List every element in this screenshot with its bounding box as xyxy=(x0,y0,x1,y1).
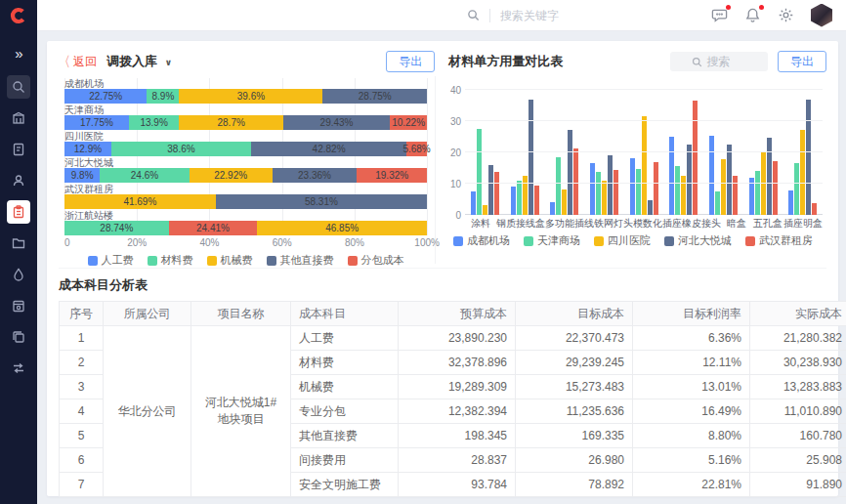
y-tick-label: 10 xyxy=(450,179,461,189)
notification-dot xyxy=(759,5,764,10)
sidebar-item-user[interactable] xyxy=(7,169,30,192)
cell-subject: 其他直接费 xyxy=(291,424,399,448)
cell-project: 河北大悦城1#地块项目 xyxy=(191,326,291,497)
sidebar-item-copy[interactable] xyxy=(7,325,30,349)
bar-group-钢质接线盒 xyxy=(505,90,545,215)
clipboard-icon xyxy=(12,205,25,219)
bar-成都机场 xyxy=(471,191,476,215)
legend-item-分包成本[interactable]: 分包成本 xyxy=(348,253,404,268)
left-panel-header: 〈 返回 调拨入库 ∨ 导出 xyxy=(59,51,435,72)
page-title-dropdown[interactable]: 调拨入库 ∨ xyxy=(106,53,172,70)
bar-segment-人工费: 17.75% xyxy=(64,115,129,130)
sidebar-item-folder[interactable] xyxy=(7,231,30,255)
notifications-button[interactable] xyxy=(744,7,762,24)
bell-icon xyxy=(744,7,761,23)
bar-segment-机械费: 41.69% xyxy=(64,194,216,209)
export-button-right[interactable]: 导出 xyxy=(778,51,826,72)
bar-四川医院 xyxy=(642,116,647,215)
x-category-label: 涂料 xyxy=(465,217,496,231)
chart-search-input[interactable] xyxy=(706,55,745,68)
cell-index: 5 xyxy=(60,424,104,448)
user-stamp-icon xyxy=(12,174,25,188)
sidebar-item-plan[interactable] xyxy=(7,294,30,317)
bar-河北大悦城 xyxy=(806,100,811,215)
bar-天津商场 xyxy=(636,169,641,215)
transfer-arrows-icon xyxy=(12,361,25,375)
grouped-bar-plot: 010203040 xyxy=(465,90,823,215)
bar-成都机场 xyxy=(669,137,674,215)
back-link[interactable]: 〈 返回 xyxy=(59,54,97,70)
bar-group-插座明盒 xyxy=(783,90,823,215)
grouped-bar-groups xyxy=(465,90,823,215)
bar-天津商场 xyxy=(556,157,561,215)
x-tick-label: 40% xyxy=(199,237,219,248)
chart-search[interactable] xyxy=(670,52,768,71)
bar-group-涂料 xyxy=(465,90,505,215)
export-button-left[interactable]: 导出 xyxy=(386,51,435,72)
legend-item-机械费[interactable]: 机械费 xyxy=(207,253,253,268)
legend-item-其他直接费[interactable]: 其他直接费 xyxy=(267,253,334,268)
gridline xyxy=(465,151,823,152)
legend-swatch xyxy=(745,236,755,246)
legend-item-天津商场[interactable]: 天津商场 xyxy=(524,233,580,248)
bar-segment-材料费: 13.9% xyxy=(129,115,180,130)
chevron-down-icon: ∨ xyxy=(165,58,172,67)
grouped-bar-chart: 010203040 涂料钢质接线盒多功能插线铁网灯头模数化插座橡皮接头暗盒五孔盒… xyxy=(435,76,826,264)
category-label: 浙江航站楼 xyxy=(64,210,427,221)
legend-item-河北大悦城[interactable]: 河北大悦城 xyxy=(664,233,732,248)
legend-item-四川医院[interactable]: 四川医院 xyxy=(594,233,651,248)
cell-company: 华北分公司 xyxy=(104,326,191,497)
legend-label: 河北大悦城 xyxy=(678,233,732,248)
settings-button[interactable] xyxy=(778,7,795,24)
sidebar-item-resource[interactable] xyxy=(7,263,30,286)
bar-group-铁网灯头 xyxy=(584,90,624,215)
bar-武汉群租房 xyxy=(733,176,738,215)
bar-segment-机械费: 46.85% xyxy=(257,221,427,235)
app-logo[interactable] xyxy=(0,0,37,31)
legend-item-成都机场[interactable]: 成都机场 xyxy=(453,233,510,248)
cell-target-margin: 8.80% xyxy=(633,424,750,448)
bar-武汉群租房 xyxy=(693,101,698,215)
bar-河北大悦城 xyxy=(648,200,653,215)
cell-budget-cost: 23,890.230 xyxy=(399,326,516,351)
messages-button[interactable] xyxy=(711,7,729,24)
sidebar-item-cost-active[interactable] xyxy=(7,200,30,224)
bar-四川医院 xyxy=(800,130,805,215)
sidebar: » xyxy=(0,0,37,504)
legend-item-人工费[interactable]: 人工费 xyxy=(88,253,134,268)
bar-成都机场 xyxy=(630,158,635,215)
legend-item-武汉群租房[interactable]: 武汉群租房 xyxy=(745,233,813,248)
y-tick-label: 20 xyxy=(450,147,461,158)
stacked-bar-row: 四川医院12.9%38.6%42.82%5.68% xyxy=(64,131,427,156)
global-search-input[interactable] xyxy=(500,9,608,22)
divider xyxy=(489,9,490,22)
bar-segment-机械费: 39.6% xyxy=(179,89,322,104)
bar-天津商场 xyxy=(794,163,799,215)
user-avatar[interactable] xyxy=(811,4,832,27)
cell-actual-cost: 11,010.890 xyxy=(750,399,846,424)
legend-swatch xyxy=(664,236,674,246)
cell-subject: 材料费 xyxy=(291,351,399,375)
bar-河北大悦城 xyxy=(529,100,533,215)
sidebar-collapse-toggle[interactable]: » xyxy=(15,45,21,62)
stacked-bar-row: 成都机场22.75%8.9%39.6%28.75% xyxy=(64,78,427,104)
x-category-label: 插座明盒 xyxy=(783,217,823,231)
global-search[interactable] xyxy=(467,9,608,22)
bar-河北大悦城 xyxy=(488,165,493,215)
stacked-bar-row: 天津商场17.75%13.9%28.7%29.43%10.22% xyxy=(64,105,427,130)
cell-budget-cost: 198.345 xyxy=(399,424,516,448)
bar-成都机场 xyxy=(590,163,595,215)
sidebar-item-document[interactable] xyxy=(7,138,30,161)
sidebar-item-transfer[interactable] xyxy=(7,357,30,380)
legend-item-材料费[interactable]: 材料费 xyxy=(148,253,193,268)
logo-c-icon xyxy=(10,7,27,24)
cell-budget-cost: 93.784 xyxy=(399,473,516,497)
sidebar-item-search[interactable] xyxy=(7,75,30,99)
sidebar-item-organization[interactable] xyxy=(7,106,30,130)
legend-label: 其他直接费 xyxy=(280,253,334,268)
bar-group-暗盒 xyxy=(703,90,743,215)
legend-label: 材料费 xyxy=(161,253,193,268)
bar-成都机场 xyxy=(511,187,516,215)
legend-swatch xyxy=(88,256,98,266)
gridline xyxy=(465,120,823,121)
